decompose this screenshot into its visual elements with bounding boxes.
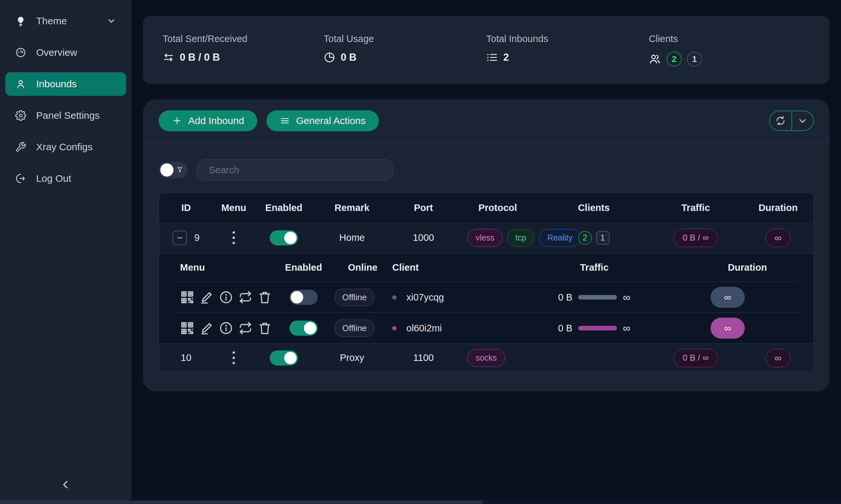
plus-icon xyxy=(172,115,182,126)
stat-value: 0 B xyxy=(341,52,357,63)
client-enabled-toggle[interactable] xyxy=(289,290,318,305)
stats-card: Total Sent/Received 0 B / 0 B Total Usag… xyxy=(143,16,829,84)
reset-traffic-button[interactable] xyxy=(238,290,253,305)
sub-col-header-enabled: Enabled xyxy=(271,262,337,273)
sidebar-item-theme[interactable]: Theme xyxy=(5,9,126,33)
chevron-left-icon xyxy=(60,479,72,490)
sidebar-collapse-button[interactable] xyxy=(53,473,79,496)
client-info-button[interactable] xyxy=(219,321,233,335)
inbound-enabled-toggle[interactable] xyxy=(270,350,298,365)
inbound-id: 10 xyxy=(181,353,191,363)
inbound-port: 1000 xyxy=(391,232,456,243)
list-icon xyxy=(486,52,498,63)
stat-value: 2 xyxy=(503,52,509,63)
row-menu-button[interactable] xyxy=(230,349,238,367)
users-icon xyxy=(649,53,661,65)
refresh-button[interactable] xyxy=(770,111,791,130)
scrollbar-thumb[interactable] xyxy=(0,500,483,504)
gauge-icon xyxy=(15,47,26,58)
delete-client-button[interactable] xyxy=(258,290,272,305)
refresh-button-group xyxy=(769,111,814,131)
info-icon xyxy=(219,321,233,335)
delete-client-button[interactable] xyxy=(258,321,272,335)
col-header-clients: Clients xyxy=(539,202,649,213)
traffic-used: 0 B xyxy=(558,292,572,303)
edit-client-button[interactable] xyxy=(200,321,214,335)
traffic-limit: ∞ xyxy=(623,291,631,304)
duration-badge: ∞ xyxy=(710,318,745,339)
clients-online-badge: 2 xyxy=(667,52,682,67)
col-header-menu: Menu xyxy=(213,202,254,213)
protocol-tag-socks: socks xyxy=(467,349,505,367)
qr-code-icon xyxy=(180,321,194,335)
refresh-interval-dropdown[interactable] xyxy=(791,111,813,130)
qr-code-button[interactable] xyxy=(180,290,194,305)
inbound-remark: Proxy xyxy=(313,353,391,363)
inbounds-table: ID Menu Enabled Remark Port Protocol Cli… xyxy=(159,193,814,372)
inbound-port: 1100 xyxy=(391,353,456,363)
sub-col-header-menu: Menu xyxy=(159,262,271,273)
inbound-enabled-toggle[interactable] xyxy=(270,230,298,246)
sidebar-item-xray-configs[interactable]: Xray Configs xyxy=(5,135,126,159)
col-header-duration: Duration xyxy=(743,202,813,213)
sidebar-item-panel-settings[interactable]: Panel Settings xyxy=(5,104,126,127)
menu-lines-icon xyxy=(279,115,290,126)
client-name: ol60i2mi xyxy=(406,323,442,334)
chevron-down-icon xyxy=(797,115,808,126)
stat-label: Total Inbounds xyxy=(486,34,548,44)
sidebar-item-label: Panel Settings xyxy=(36,110,100,121)
clients-online-count: 2 xyxy=(578,231,592,245)
refresh-icon xyxy=(775,115,786,126)
qr-code-icon xyxy=(180,290,194,305)
client-status-dot xyxy=(392,326,396,330)
sidebar-item-overview[interactable]: Overview xyxy=(5,41,126,64)
reset-traffic-button[interactable] xyxy=(238,321,253,335)
client-enabled-toggle[interactable] xyxy=(289,321,318,336)
online-status-badge: Offline xyxy=(335,289,375,306)
funnel-icon xyxy=(176,165,184,175)
edit-client-button[interactable] xyxy=(200,290,214,305)
repeat-icon xyxy=(238,321,253,335)
sidebar-item-inbounds[interactable]: Inbounds xyxy=(5,72,126,96)
table-row-inbound-9: − 9 Home 1000 vless tcp Reality 2 1 xyxy=(159,222,813,253)
clients-deactivated-badge: 1 xyxy=(687,52,702,67)
repeat-icon xyxy=(238,290,253,305)
toggle-knob xyxy=(160,163,173,177)
filter-toggle[interactable] xyxy=(159,162,188,178)
sub-col-header-traffic: Traffic xyxy=(507,262,681,273)
stat-clients: Clients 2 1 xyxy=(649,34,702,67)
horizontal-scrollbar[interactable] xyxy=(0,500,841,504)
stat-total-sent-received: Total Sent/Received 0 B / 0 B xyxy=(162,34,247,63)
col-header-enabled: Enabled xyxy=(254,202,313,213)
sub-col-header-client: Client xyxy=(389,262,507,273)
clients-total-count: 1 xyxy=(596,231,610,245)
sidebar-item-label: Theme xyxy=(36,15,67,26)
sidebar-item-logout[interactable]: Log Out xyxy=(5,167,126,190)
toolbar: Add Inbound General Actions xyxy=(143,100,829,142)
client-name: xi07ycqg xyxy=(406,292,444,303)
expanded-clients-section: Menu Enabled Online Client Traffic Durat… xyxy=(159,253,813,344)
collapse-row-button[interactable]: − xyxy=(172,231,187,245)
sidebar-item-label: Overview xyxy=(36,47,77,58)
col-header-port: Port xyxy=(391,202,456,213)
logout-icon xyxy=(15,173,26,184)
col-header-protocol: Protocol xyxy=(456,202,539,213)
general-actions-button[interactable]: General Actions xyxy=(267,110,379,131)
add-inbound-button[interactable]: Add Inbound xyxy=(159,110,257,131)
row-menu-button[interactable] xyxy=(230,229,238,247)
search-input[interactable] xyxy=(197,159,393,181)
client-info-button[interactable] xyxy=(219,290,233,305)
qr-code-button[interactable] xyxy=(180,321,194,335)
search-row xyxy=(143,142,829,181)
pencil-icon xyxy=(200,321,214,335)
col-header-id: ID xyxy=(159,202,213,213)
client-status-dot xyxy=(392,295,396,300)
client-row-ol60i2mi: Offline ol60i2mi 0 B ∞ ∞ xyxy=(159,313,813,344)
duration-badge: ∞ xyxy=(710,287,745,308)
traffic-progress-bar xyxy=(578,326,617,330)
person-icon xyxy=(15,78,26,90)
stat-total-inbounds: Total Inbounds 2 xyxy=(486,34,548,63)
wrench-icon xyxy=(15,141,26,152)
table-header-row: ID Menu Enabled Remark Port Protocol Cli… xyxy=(159,193,813,222)
general-actions-label: General Actions xyxy=(296,115,366,126)
